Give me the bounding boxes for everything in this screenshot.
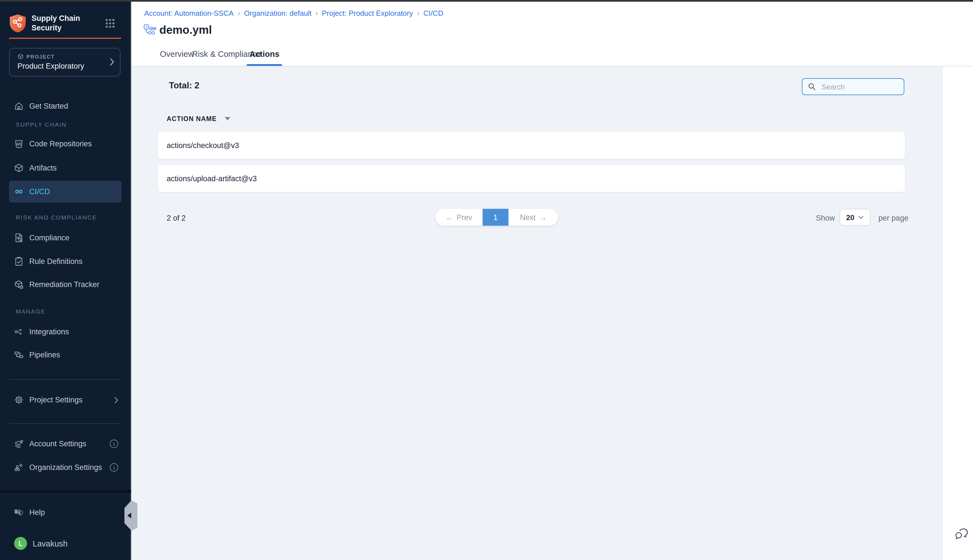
search-input[interactable]	[820, 82, 896, 92]
breadcrumb: Account: Automation-SSCA › Organization:…	[144, 9, 443, 17]
page-size-value: 20	[846, 213, 855, 222]
table-row[interactable]: actions/checkout@v3	[158, 132, 905, 159]
user-name: Lavakush	[33, 539, 68, 548]
layers-gear-icon	[14, 439, 23, 448]
sidebar-item-cicd[interactable]: CI/CD	[9, 181, 122, 203]
clipboard-check-icon	[14, 257, 23, 266]
cube-icon	[14, 163, 23, 173]
app-switcher-grid-icon[interactable]	[105, 18, 115, 28]
sidebar-item-artifacts[interactable]: Artifacts	[9, 157, 122, 179]
chat-widget-icon[interactable]	[955, 527, 969, 541]
table-header-action-name[interactable]: ACTION NAME	[167, 115, 230, 122]
right-arrow-icon: →	[539, 213, 546, 222]
sidebar-section-risk-and-compliance: RISK AND COMPLIANCE	[16, 214, 97, 221]
sidebar-footer-separator	[0, 490, 131, 492]
tab-bar: Overview Risk & Compliance Actions	[131, 43, 973, 67]
breadcrumb-separator-icon: ›	[417, 9, 419, 17]
sidebar-item-code-repositories[interactable]: Code Repositories	[9, 133, 122, 155]
next-page-button[interactable]: Next →	[509, 209, 558, 226]
left-arrow-icon: ←	[446, 213, 453, 222]
gear-icon	[14, 395, 23, 405]
breadcrumb-separator-icon: ›	[238, 9, 240, 17]
breadcrumb-organization-link[interactable]: Organization: default	[244, 9, 312, 17]
sort-caret-icon	[225, 117, 230, 120]
user-avatar: L	[14, 537, 27, 550]
prev-page-button[interactable]: ← Prev	[435, 209, 482, 226]
pagination-range-label: 2 of 2	[167, 214, 186, 222]
box-wrench-icon	[14, 280, 23, 289]
info-icon[interactable]: i	[110, 440, 118, 448]
breadcrumb-account-link[interactable]: Account: Automation-SSCA	[144, 9, 234, 17]
sidebar-item-label: Help	[29, 508, 45, 517]
home-icon	[14, 101, 23, 111]
show-label: Show	[816, 214, 835, 222]
action-name: actions/upload-artifact@v3	[167, 174, 257, 183]
chevron-right-icon	[114, 397, 118, 403]
per-page-label: per page	[878, 214, 908, 222]
supply-chain-security-logo-icon	[9, 13, 27, 33]
page-title: demo.yml	[159, 23, 212, 37]
pagination-pager: ← Prev 1 Next →	[435, 209, 558, 226]
search-box	[802, 78, 904, 95]
page-header	[131, 2, 973, 43]
brand-accent-divider	[9, 38, 121, 39]
project-chevron-right-icon	[110, 58, 114, 66]
sidebar-item-label: Project Settings	[29, 396, 82, 404]
column-header-label: ACTION NAME	[167, 115, 217, 122]
org-gear-icon	[14, 463, 23, 472]
sidebar-section-supply-chain: SUPPLY CHAIN	[16, 121, 67, 128]
sidebar-item-get-started[interactable]: Get Started	[9, 95, 122, 117]
sidebar-item-label: Integrations	[29, 328, 69, 336]
tab-actions[interactable]: Actions	[249, 43, 279, 66]
sidebar-item-help[interactable]: ? Help	[9, 502, 122, 523]
sidebar-item-label: Remediation Tracker	[29, 280, 99, 289]
pipelines-workflow-icon	[14, 350, 23, 360]
table-row[interactable]: actions/upload-artifact@v3	[158, 165, 905, 192]
project-name: Product Exploratory	[17, 62, 84, 70]
project-eyebrow-label: PROJECT	[27, 54, 55, 59]
total-count-label: Total: 2	[169, 80, 199, 91]
search-icon	[808, 83, 816, 91]
right-gutter	[942, 67, 973, 560]
sidebar-item-project-settings[interactable]: Project Settings	[9, 389, 122, 411]
sidebar-item-label: Account Settings	[29, 440, 87, 448]
sidebar-item-organization-settings[interactable]: Organization Settings i	[9, 457, 122, 478]
sidebar-section-manage: MANAGE	[16, 308, 45, 315]
sidebar-item-remediation-tracker[interactable]: Remediation Tracker	[9, 273, 122, 295]
sidebar: Supply ChainSecurity PROJECT Product Exp…	[0, 2, 131, 560]
sidebar-item-rule-definitions[interactable]: Rule Definitions	[9, 250, 122, 272]
sidebar-item-label: Organization Settings	[29, 463, 102, 472]
sidebar-item-label: Pipelines	[29, 351, 60, 359]
action-name: actions/checkout@v3	[167, 141, 239, 150]
breadcrumb-cicd-link[interactable]: CI/CD	[424, 9, 444, 17]
infinity-icon	[14, 187, 23, 197]
project-cube-icon	[17, 53, 23, 60]
sidebar-divider	[9, 379, 121, 380]
page-number-button[interactable]: 1	[482, 209, 509, 226]
sidebar-item-label: Rule Definitions	[29, 257, 82, 266]
sidebar-divider	[9, 423, 121, 424]
breadcrumb-project-link[interactable]: Project: Product Exploratory	[322, 9, 413, 17]
page-size-select[interactable]: 20	[839, 209, 871, 226]
tab-overview[interactable]: Overview	[160, 43, 194, 66]
share-network-icon	[14, 327, 23, 337]
sidebar-item-user-profile[interactable]: L Lavakush	[9, 532, 122, 554]
sidebar-item-label: Compliance	[29, 233, 70, 242]
sidebar-item-label: Get Started	[29, 102, 68, 110]
help-chat-icon: ?	[14, 508, 23, 517]
pipeline-file-icon	[144, 24, 157, 36]
breadcrumb-separator-icon: ›	[315, 9, 318, 17]
sidebar-item-label: CI/CD	[29, 187, 50, 196]
chevron-down-icon	[858, 215, 864, 219]
sidebar-item-pipelines[interactable]: Pipelines	[9, 344, 122, 366]
collapse-left-arrow-icon	[127, 513, 131, 518]
sidebar-item-label: Code Repositories	[29, 140, 92, 148]
sidebar-item-account-settings[interactable]: Account Settings i	[9, 433, 122, 455]
project-selector[interactable]: PROJECT Product Exploratory	[9, 48, 120, 77]
sidebar-item-integrations[interactable]: Integrations	[9, 321, 122, 343]
info-icon[interactable]: i	[110, 463, 118, 472]
sidebar-item-label: Artifacts	[29, 164, 57, 172]
app-title: Supply ChainSecurity	[32, 14, 80, 33]
code-repository-icon	[14, 139, 23, 148]
sidebar-item-compliance[interactable]: Compliance	[9, 227, 122, 249]
